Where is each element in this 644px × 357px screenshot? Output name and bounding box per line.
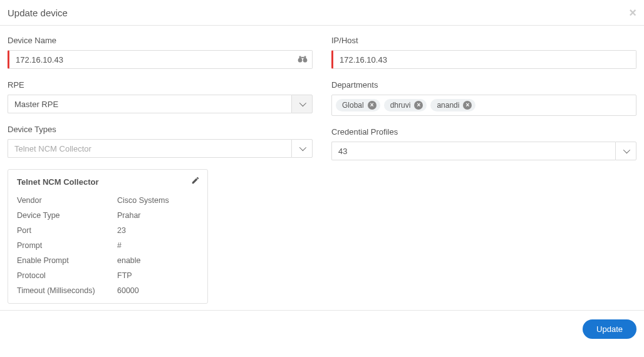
svg-rect-4: [301, 57, 304, 58]
close-icon[interactable]: ×: [629, 6, 636, 19]
device-types-label: Device Types: [8, 125, 313, 134]
pencil-icon[interactable]: [191, 176, 200, 187]
binoculars-icon[interactable]: [298, 54, 308, 65]
chevron-down-icon: [299, 144, 306, 151]
tag-label: anandi: [437, 101, 459, 110]
kv-value: #: [117, 241, 122, 250]
field-departments: Departments Global× dhruvi× anandi×: [331, 80, 636, 116]
credential-profiles-select[interactable]: 43: [331, 142, 636, 160]
kv-row: Port23: [17, 223, 199, 238]
credential-profiles-dropdown-button[interactable]: [615, 142, 636, 160]
device-types-dropdown-button[interactable]: [291, 139, 313, 158]
collector-card: Telnet NCM Collector VendorCisco Systems…: [8, 169, 208, 304]
rpe-value: Master RPE: [8, 95, 291, 113]
field-device-name: Device Name: [8, 36, 313, 69]
tag-remove-icon[interactable]: ×: [463, 101, 472, 110]
kv-row: Timeout (Milliseconds)60000: [17, 283, 199, 298]
ip-host-input-wrap: [331, 50, 636, 69]
tag-label: dhruvi: [390, 101, 411, 110]
kv-key: Prompt: [17, 241, 117, 250]
field-rpe: RPE Master RPE: [8, 80, 313, 113]
tag: dhruvi×: [384, 99, 427, 111]
kv-value: Prahar: [117, 211, 141, 220]
kv-row: Prompt#: [17, 238, 199, 253]
tag: anandi×: [430, 99, 475, 111]
svg-point-0: [298, 58, 303, 63]
credential-profiles-value: 43: [331, 142, 615, 160]
tag-label: Global: [342, 101, 364, 110]
field-ip-host: IP/Host: [331, 36, 636, 69]
kv-value: 23: [117, 226, 126, 235]
update-button[interactable]: Update: [583, 319, 636, 339]
device-name-input[interactable]: [8, 50, 313, 69]
chevron-down-icon: [623, 147, 630, 153]
rpe-select[interactable]: Master RPE: [8, 95, 313, 113]
device-types-select[interactable]: Telnet NCM Collector: [8, 139, 313, 158]
kv-value: 60000: [117, 286, 139, 295]
chevron-down-icon: [299, 100, 306, 106]
kv-value: FTP: [117, 271, 132, 280]
credential-profiles-label: Credential Profiles: [331, 127, 636, 137]
kv-row: Enable Promptenable: [17, 253, 199, 268]
field-credential-profiles: Credential Profiles 43: [331, 127, 636, 160]
kv-key: Vendor: [17, 196, 117, 205]
rpe-label: RPE: [8, 80, 313, 90]
departments-label: Departments: [331, 80, 636, 90]
ip-host-label: IP/Host: [331, 36, 636, 45]
kv-key: Port: [17, 226, 117, 235]
tag-remove-icon[interactable]: ×: [414, 101, 423, 110]
card-title: Telnet NCM Collector: [17, 177, 199, 187]
svg-point-1: [303, 58, 308, 63]
dialog-title: Update device: [8, 8, 68, 18]
dialog-body: Device Name RPE Master RPE Device Types …: [0, 26, 644, 310]
tag-remove-icon[interactable]: ×: [368, 101, 377, 110]
dialog-footer: Update: [0, 310, 644, 348]
kv-row: VendorCisco Systems: [17, 193, 199, 208]
svg-rect-3: [304, 56, 306, 59]
kv-value: enable: [117, 256, 141, 265]
dialog-header: Update device ×: [0, 0, 644, 26]
device-types-value: Telnet NCM Collector: [8, 139, 291, 158]
departments-tags[interactable]: Global× dhruvi× anandi×: [331, 95, 636, 116]
kv-key: Protocol: [17, 271, 117, 280]
kv-value: Cisco Systems: [117, 196, 169, 205]
field-device-types: Device Types Telnet NCM Collector: [8, 125, 313, 158]
ip-host-input[interactable]: [331, 50, 636, 69]
device-name-label: Device Name: [8, 36, 313, 45]
kv-key: Enable Prompt: [17, 256, 117, 265]
kv-key: Device Type: [17, 211, 117, 220]
kv-row: Device TypePrahar: [17, 208, 199, 223]
kv-row: ProtocolFTP: [17, 268, 199, 283]
kv-key: Timeout (Milliseconds): [17, 286, 117, 295]
device-name-input-wrap: [8, 50, 313, 69]
rpe-dropdown-button[interactable]: [291, 95, 313, 113]
left-column: Device Name RPE Master RPE Device Types …: [8, 36, 313, 304]
tag: Global×: [336, 99, 380, 111]
svg-rect-2: [299, 56, 301, 59]
right-column: IP/Host Departments Global× dhruvi× anan…: [331, 36, 636, 304]
